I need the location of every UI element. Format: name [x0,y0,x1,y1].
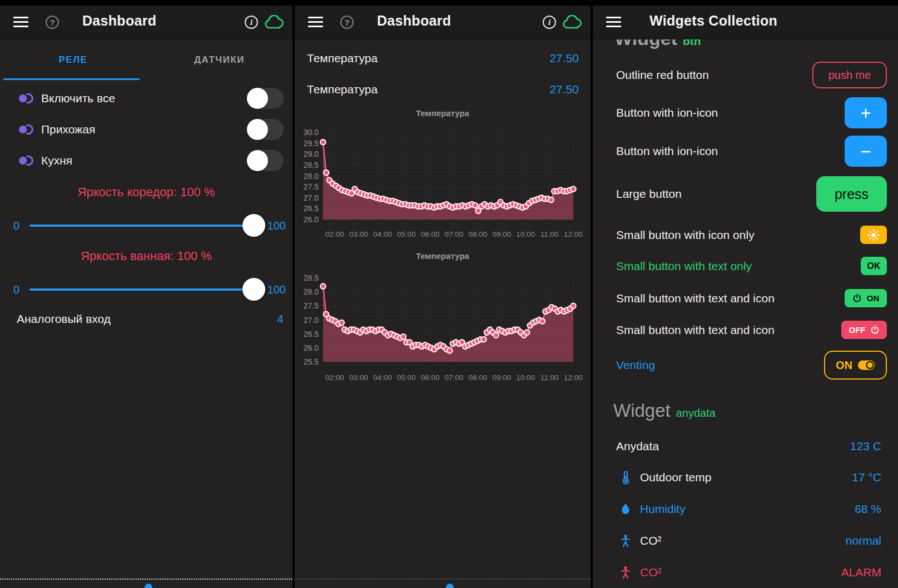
scroll-indicator-dot[interactable] [446,584,454,588]
toggle-knob [247,88,268,109]
relay-toggle-icon [17,155,34,167]
hamburger-menu-icon[interactable] [13,17,28,27]
analog-input-value: 4 [277,312,284,326]
info-icon[interactable]: i [245,16,258,29]
minus-button[interactable]: − [845,136,887,167]
info-glyph: i [548,18,550,27]
svg-text:11:00: 11:00 [540,373,559,382]
cloud-connected-icon[interactable] [264,15,285,30]
data-row-label: CO² [640,566,662,579]
section-heading-word: Widget [613,400,671,421]
switch-label: Прихожая [41,123,95,136]
svg-text:03:00: 03:00 [349,230,368,238]
hamburger-menu-icon[interactable] [308,17,323,27]
switch-row: Кухня [0,145,292,176]
temperature-row: Температура 27.50 [295,80,591,99]
temperature-label: Температура [307,52,378,65]
help-icon[interactable]: ? [340,16,354,29]
svg-text:08:00: 08:00 [469,230,488,238]
help-glyph: ? [344,18,349,27]
slider-label-bathroom: Яркость ванная: 100 % [0,249,292,263]
hallway-toggle[interactable] [247,119,284,140]
temperature-value: 27.50 [549,52,579,65]
switch-all-toggle[interactable] [247,88,284,109]
svg-text:11:00: 11:00 [540,230,559,238]
info-glyph: i [250,18,252,27]
svg-text:04:00: 04:00 [373,230,392,238]
info-icon[interactable]: i [543,16,556,29]
tab-bar: РЕЛЕ ДАТЧИКИ [0,39,292,81]
help-glyph: ? [49,18,54,27]
bottom-dotted-divider [295,579,591,580]
slider-max-label: 100 [267,283,286,296]
data-row-co2-normal: CO² normal [616,531,881,550]
svg-text:25.5: 25.5 [304,357,319,366]
widget-row-text-icon-on: Small button with text and icon ON [616,289,887,307]
thermometer-icon [619,470,632,485]
switch-row: Включить все [0,83,292,114]
svg-text:05:00: 05:00 [397,230,416,238]
slider-track[interactable] [29,225,263,227]
chart-plot-area: 02:0003:0004:0005:0006:0007:0008:0009:00… [295,266,591,385]
sun-icon [867,229,880,241]
kitchen-toggle[interactable] [247,150,284,171]
power-icon [870,325,880,335]
help-icon[interactable]: ? [46,16,59,29]
brightness-button[interactable] [860,226,887,244]
temperature-value: 27.50 [549,83,579,96]
data-row-label: Anydata [616,440,659,453]
temperature-chart-1: Температура 02:0003:0004:0005:0006:0007:… [295,108,591,245]
data-row-label: Outdoor temp [640,471,711,484]
cloud-connected-icon[interactable] [562,15,583,30]
press-button[interactable]: press [816,176,887,212]
chart-plot-area: 02:0003:0004:0005:0006:0007:0008:0009:00… [295,123,591,242]
toggle-knob [247,119,268,140]
switch-label: Кухня [41,154,72,167]
svg-text:27.5: 27.5 [304,182,319,191]
data-row-value: normal [846,534,881,547]
svg-text:26.0: 26.0 [304,343,319,352]
active-tab-underline [3,78,140,80]
data-row-label: CO² [640,534,662,547]
plus-button[interactable]: + [845,97,887,128]
widget-row-text-only: Small button with text only OK [616,257,887,275]
svg-text:07:00: 07:00 [445,230,464,238]
on-button[interactable]: ON [845,289,887,307]
widget-row-label: Small button with text only [616,260,752,273]
slider-knob[interactable] [242,278,265,301]
temperature-chart-2: Температура 02:0003:0004:0005:0006:0007:… [295,251,591,387]
slider-knob[interactable] [242,214,265,237]
analog-input-label: Аналоговый вход [17,312,111,326]
header: ? Dashboard i [0,6,292,39]
brightness-slider-corridor: 0 100 [0,213,292,238]
svg-text:03:00: 03:00 [349,373,368,382]
svg-text:07:00: 07:00 [445,373,464,382]
relay-toggle-icon [17,123,34,136]
data-row-anydata: Anydata 123 C [616,437,881,456]
slider-max-label: 100 [267,220,286,232]
tab-sensors[interactable]: ДАТЧИКИ [146,39,292,81]
venting-toggle-button[interactable]: ON [824,351,887,380]
svg-text:29.5: 29.5 [304,139,319,148]
off-button[interactable]: OFF [841,321,887,339]
push-me-button[interactable]: push me [812,62,887,88]
button-label: OFF [849,325,866,335]
page-title: Dashboard [377,13,451,29]
svg-text:06:00: 06:00 [421,230,440,238]
tab-relays[interactable]: РЕЛЕ [0,39,146,81]
temperature-label: Температура [307,83,378,96]
svg-text:28.5: 28.5 [304,273,319,282]
widget-row-label: Large button [616,187,682,201]
scroll-indicator-dot[interactable] [145,584,152,588]
slider-label-corridor: Яркость коредор: 100 % [0,185,292,200]
widget-row-ion-plus: Button with ion-icon + [616,97,887,128]
widget-row-label: Outline red button [616,68,709,82]
ok-button[interactable]: OK [861,257,887,275]
svg-text:06:00: 06:00 [421,373,440,382]
app: ? Dashboard i РЕЛЕ ДАТЧИКИ Включить все [0,0,898,588]
hamburger-menu-icon[interactable] [606,17,621,27]
data-row-value: 123 C [850,440,881,453]
slider-track[interactable] [29,288,263,291]
svg-text:27.0: 27.0 [304,193,319,202]
analog-input-row: Аналоговый вход 4 [0,310,292,328]
